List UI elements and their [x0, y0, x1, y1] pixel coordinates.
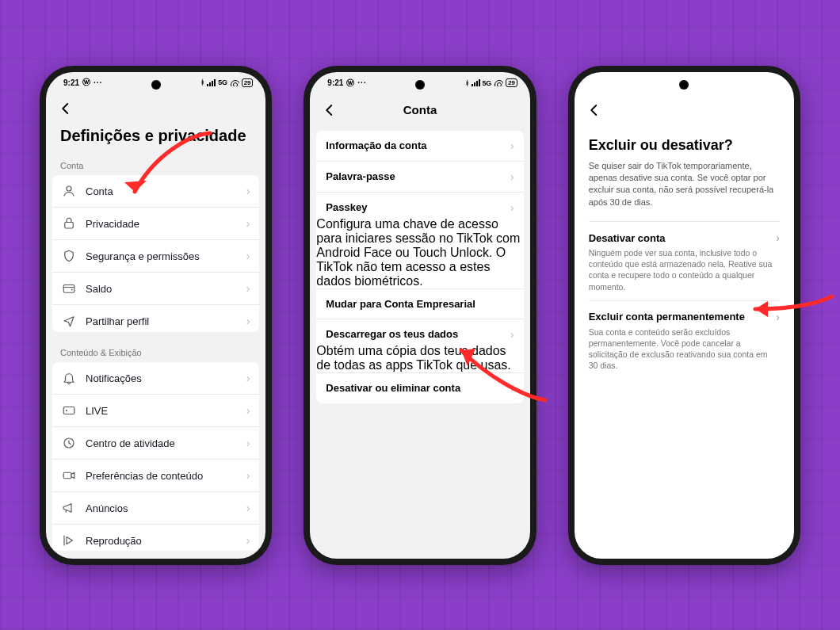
playback-icon	[62, 533, 76, 548]
status-time: 9:21	[63, 78, 79, 87]
account-row-descarregar-os-teus-dados[interactable]: Descarregar os teus dados›Obtém uma cópi…	[316, 319, 523, 372]
row-label: Preferências de conteúdo	[86, 470, 237, 482]
settings-row-privacidade[interactable]: Privacidade›	[52, 207, 259, 239]
delete-label: Excluir conta permanentemente	[589, 311, 745, 323]
svg-rect-4	[63, 407, 74, 414]
row-label: Segurança e permissões	[86, 250, 237, 262]
chevron-right-icon: ›	[776, 311, 780, 323]
delete-permanently-option[interactable]: Excluir conta permanentemente › Sua cont…	[589, 300, 780, 380]
page-title: Definições e privacidade	[46, 124, 265, 153]
live-icon	[62, 403, 76, 418]
phone-1: 9:21 ⓦ ··· ᚼ 5G 29 Definições e privacid…	[40, 66, 272, 565]
account-row-desativar-ou-eliminar-conta[interactable]: Desativar ou eliminar conta›	[316, 372, 523, 403]
lock-icon	[62, 216, 76, 231]
chevron-right-icon: ›	[246, 185, 250, 197]
row-label: Palavra-passe	[326, 170, 501, 182]
settings-row-saldo[interactable]: Saldo›	[52, 272, 259, 304]
account-row-informa-o-da-conta[interactable]: Informação da conta›	[316, 131, 523, 161]
whatsapp-icon: ⓦ	[346, 78, 354, 89]
settings-row-reprodu-o[interactable]: Reprodução›	[52, 524, 259, 550]
chevron-right-icon: ›	[246, 282, 250, 295]
battery-text: 29	[242, 78, 254, 87]
section-label-content: Conteúdo & Exibição	[46, 340, 265, 362]
signal-icon	[472, 79, 480, 86]
row-label: Desativar ou eliminar conta	[326, 382, 501, 394]
chevron-right-icon: ›	[246, 372, 250, 384]
header-bar	[46, 94, 265, 124]
status-more-icon: ···	[94, 78, 102, 87]
chevron-right-icon: ›	[246, 315, 250, 327]
chevron-right-icon: ›	[246, 469, 250, 482]
header-title: Conta	[310, 103, 529, 116]
row-label: Anúncios	[86, 502, 237, 514]
settings-row-live[interactable]: LIVE›	[52, 394, 259, 426]
status-bar: 9:21 ⓦ ··· ᚼ 5G 29	[310, 72, 529, 94]
chevron-right-icon: ›	[246, 502, 250, 514]
status-time: 9:21	[327, 78, 343, 87]
settings-row-seguran-a-e-permiss-es[interactable]: Segurança e permissões›	[52, 239, 259, 272]
status-bar: 9:21 ⓦ ··· ᚼ 5G 29	[46, 72, 265, 94]
settings-row-conta[interactable]: Conta›	[52, 175, 259, 207]
settings-group-content: Notificações›LIVE›Centro de atividade›Pr…	[52, 362, 259, 550]
settings-row-prefer-ncias-de-conte-do[interactable]: Preferências de conteúdo›	[52, 459, 259, 491]
deactivate-option[interactable]: Desativar conta › Ninguém pode ver sua c…	[589, 221, 780, 300]
user-icon	[62, 184, 76, 198]
wifi-icon	[494, 79, 503, 86]
screen-delete-deactivate: Excluir ou desativar? Se quiser sair do …	[575, 72, 794, 559]
account-row-mudar-para-conta-empresarial[interactable]: Mudar para Conta Empresarial›	[316, 288, 523, 319]
settings-row-centro-de-atividade[interactable]: Centro de atividade›	[52, 426, 259, 459]
header-bar: Conta	[310, 94, 529, 126]
row-label: Notificações	[86, 372, 237, 384]
chevron-right-icon: ›	[246, 217, 250, 230]
phone-2: 9:21 ⓦ ··· ᚼ 5G 29 Conta Informação da c…	[304, 66, 536, 565]
account-row-passkey[interactable]: Passkey›Configura uma chave de acesso pa…	[316, 192, 523, 288]
settings-row-partilhar-perfil[interactable]: Partilhar perfil›	[52, 304, 259, 332]
account-row-palavra-passe[interactable]: Palavra-passe›	[316, 161, 523, 192]
megaphone-icon	[62, 501, 76, 515]
page-title: Excluir ou desativar?	[589, 126, 780, 160]
chevron-right-icon: ›	[246, 404, 250, 417]
wallet-icon	[62, 281, 76, 296]
row-label: Conta	[86, 185, 237, 197]
svg-point-5	[66, 410, 67, 411]
svg-point-0	[67, 186, 71, 191]
status-more-icon: ···	[357, 78, 366, 87]
battery-text: 29	[506, 78, 517, 87]
settings-group-account: Conta›Privacidade›Segurança e permissões…	[52, 175, 259, 332]
row-description: Obtém uma cópia dos teus dados de todas …	[316, 344, 523, 372]
chevron-right-icon: ›	[510, 170, 514, 183]
row-label: Descarregar os teus dados	[326, 328, 501, 340]
settings-row-notifica-es[interactable]: Notificações›	[52, 362, 259, 394]
row-label: Informação da conta	[326, 139, 501, 151]
chevron-right-icon: ›	[776, 231, 780, 244]
settings-row-an-ncios[interactable]: Anúncios›	[52, 491, 259, 524]
network-label: 5G	[218, 78, 227, 86]
shield-icon	[62, 249, 76, 263]
phone-3: Excluir ou desativar? Se quiser sair do …	[568, 66, 800, 565]
chevron-right-icon: ›	[510, 139, 514, 152]
intro-text: Se quiser sair do TikTok temporariamente…	[589, 160, 780, 222]
video-icon	[62, 468, 76, 483]
chevron-right-icon: ›	[246, 534, 250, 547]
account-options-list: Informação da conta›Palavra-passe›Passke…	[316, 131, 523, 403]
chevron-right-icon: ›	[510, 201, 514, 214]
chevron-right-icon: ›	[246, 250, 250, 262]
section-label-account: Conta	[46, 153, 265, 175]
row-description: Configura uma chave de acesso para inici…	[316, 217, 523, 288]
bell-icon	[62, 371, 76, 385]
back-icon[interactable]	[55, 98, 76, 119]
share-icon	[62, 314, 76, 328]
row-label: Privacidade	[86, 218, 237, 230]
delete-desc: Sua conta e conteúdo serão excluídos per…	[589, 323, 780, 372]
row-label: Passkey	[326, 201, 501, 213]
bluetooth-icon: ᚼ	[200, 78, 204, 86]
row-label: LIVE	[86, 405, 237, 417]
chevron-right-icon: ›	[510, 382, 514, 395]
svg-rect-7	[63, 472, 71, 479]
back-icon[interactable]	[584, 100, 605, 120]
chevron-right-icon: ›	[510, 328, 514, 341]
network-label: 5G	[483, 79, 492, 87]
deactivate-label: Desativar conta	[589, 232, 666, 244]
row-label: Centro de atividade	[86, 437, 237, 449]
bluetooth-icon: ᚼ	[465, 79, 469, 87]
